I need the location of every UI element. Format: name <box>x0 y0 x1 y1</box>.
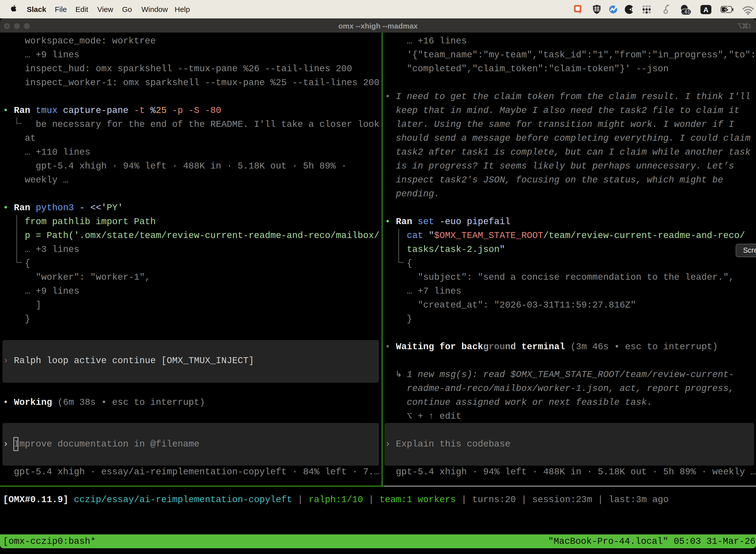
svg-text:1: 1 <box>748 23 750 29</box>
svg-text:..61: ..61 <box>682 9 690 14</box>
svg-text:A: A <box>703 6 708 14</box>
